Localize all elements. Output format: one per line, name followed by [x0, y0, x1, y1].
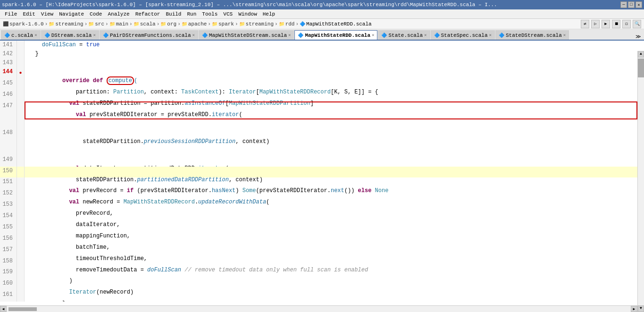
tabs-overflow[interactable]: ≫ [634, 34, 643, 40]
code-content-148[interactable]: stateRDDPartition.previousSessionRDDPart… [25, 128, 644, 155]
menubar: FileEditViewNavigateCodeAnalyzeRefactorB… [0, 9, 644, 19]
tab-close-statedstream[interactable]: ✕ [563, 33, 566, 38]
tab-state[interactable]: 🔷 State.scala ✕ [378, 30, 430, 40]
code-content-157[interactable]: timeoutThresholdTime, [25, 245, 644, 257]
close-button[interactable]: ✕ [636, 1, 642, 8]
line-num-161: 161 [0, 290, 17, 302]
menu-item-refactor[interactable]: Refactor [133, 10, 163, 18]
menu-item-window[interactable]: Window [235, 10, 260, 18]
menu-item-build[interactable]: Build [163, 10, 184, 18]
code-content-160[interactable]: Iterator(newRecord) [25, 279, 644, 290]
tab-pair[interactable]: 🔷 PairDStreamFunctions.scala ✕ [100, 30, 198, 40]
code-content-156[interactable]: batchTime, [25, 234, 644, 245]
code-line-154: 154 dataIterator, [0, 211, 644, 223]
menu-item-edit[interactable]: Edit [20, 10, 38, 18]
menu-item-analyze[interactable]: Analyze [105, 10, 132, 18]
toolbar-icon-5[interactable]: ◻ [622, 20, 631, 28]
toolbar-icon-6[interactable]: 🔍 [633, 20, 641, 28]
code-content-153[interactable]: prevRecord, [25, 200, 644, 211]
breadcrumb-rdd[interactable]: 📁 rdd [279, 21, 295, 27]
line-num-158: 158 [0, 257, 17, 268]
code-line-145: 145 partition: Partition, context: TaskC… [0, 79, 644, 90]
breadcrumb-bar: ⬛ spark-1.6.0 › 📁 streaming › 📁 src › 📁 … [0, 19, 644, 29]
line-marker-150 [17, 167, 25, 178]
tab-dstream[interactable]: 🔷 DStream.scala ✕ [41, 30, 99, 40]
tab-close-c[interactable]: ✕ [34, 33, 37, 38]
toolbar-icon-2[interactable]: ▷ [591, 20, 600, 28]
toolbar-icon-3[interactable]: ▶ [602, 20, 610, 28]
tab-statedstream[interactable]: 🔷 StateDStream.scala ✕ [495, 30, 569, 40]
code-content-146[interactable]: val stateRDDPartition = partition.asInst… [25, 90, 644, 101]
maximize-button[interactable]: □ [628, 1, 635, 8]
menu-item-help[interactable]: Help [260, 10, 278, 18]
code-line-141: 141 doFullScan = true [0, 41, 644, 50]
tab-close-dstream[interactable]: ✕ [93, 33, 95, 38]
toolbar-icon-1[interactable]: ⇄ [581, 20, 589, 28]
vertical-scrollbar[interactable]: ▲ ▼ [637, 51, 644, 302]
code-content-158[interactable]: removeTimedoutData = doFullScan // remov… [25, 257, 644, 268]
code-line-158: 158 removeTimedoutData = doFullScan // r… [0, 257, 644, 268]
folder-icon-2: 📁 [88, 21, 94, 27]
line-num-141: 141 [0, 41, 17, 50]
tab-close-statespec[interactable]: ✕ [489, 33, 492, 38]
line-marker-148 [17, 128, 25, 155]
menu-item-code[interactable]: Code [87, 10, 105, 18]
code-content-154[interactable]: dataIterator, [25, 211, 644, 223]
code-content-143[interactable] [25, 59, 644, 67]
breadcrumb-main[interactable]: 📁 main [109, 21, 128, 27]
line-marker-141 [17, 41, 25, 50]
tab-statespec[interactable]: 🔷 StateSpec.scala ✕ [431, 30, 495, 40]
titlebar-title: spark-1.6.0 – [H:\IdeaProjects\spark-1.6… [2, 2, 497, 8]
code-content-151[interactable]: val prevRecord = if (prevStateRDDIterato… [25, 177, 644, 189]
code-content-144[interactable]: override def compute( [25, 67, 644, 79]
tab-mapwithstatedstream[interactable]: 🔷 MapWithStateDStream.scala ✕ [199, 30, 294, 40]
tab-icon-dstream: 🔷 [44, 33, 50, 38]
titlebar-controls: ─ □ ✕ [620, 1, 642, 8]
menu-item-vcs[interactable]: VCS [220, 10, 235, 18]
folder-icon-8: 📁 [239, 21, 245, 27]
breadcrumb-project[interactable]: ⬛ spark-1.6.0 [3, 21, 44, 27]
line-marker-153 [17, 200, 25, 211]
minimize-button[interactable]: ─ [620, 1, 627, 8]
line-marker-149 [17, 155, 25, 167]
breadcrumb-file[interactable]: 🔷 MapWithStateRDD.scala [300, 21, 372, 27]
code-content-152[interactable]: val newRecord = MapWithStateRDDRecord.up… [25, 189, 644, 200]
code-line-160: 160 Iterator(newRecord) [0, 279, 644, 290]
tab-close-pair[interactable]: ✕ [192, 33, 195, 38]
tab-icon-mapwithstaterdd: 🔷 [298, 33, 303, 38]
code-content-141[interactable]: doFullScan = true [25, 41, 644, 50]
code-content-149[interactable]: val dataIterator = partitionedDataRDD.it… [25, 155, 644, 167]
tab-close-mapwithstatedstream[interactable]: ✕ [288, 33, 291, 38]
scroll-up-arrow[interactable]: ▲ [638, 51, 644, 58]
breadcrumb-spark[interactable]: 📁 spark [212, 21, 234, 27]
toolbar-icon-4[interactable]: ⏹ [612, 20, 620, 28]
code-line-156: 156 batchTime, [0, 234, 644, 245]
code-content-147[interactable]: val prevStateRDDIterator = prevStateRDD.… [25, 101, 644, 128]
menu-item-file[interactable]: File [2, 10, 20, 18]
scroll-track[interactable] [638, 58, 644, 302]
code-content-142[interactable]: } [25, 50, 644, 59]
code-content-155[interactable]: mappingFunction, [25, 223, 644, 234]
code-content-161[interactable]: } [25, 290, 644, 302]
scroll-thumb[interactable] [638, 59, 644, 77]
code-area[interactable]: 141 doFullScan = true 142 } 143 144 ● ov… [0, 41, 644, 302]
tab-close-mapwithstaterdd[interactable]: ✕ [372, 33, 374, 38]
menu-item-navigate[interactable]: Navigate [56, 10, 87, 18]
breadcrumb-src[interactable]: 📁 src [88, 21, 104, 27]
menu-item-view[interactable]: View [38, 10, 56, 18]
code-content-159[interactable]: ) [25, 268, 644, 279]
line-marker-144: ● [17, 67, 25, 79]
breadcrumb-streaming[interactable]: 📁 streaming [49, 21, 83, 27]
breadcrumb-streaming2[interactable]: 📁 streaming [239, 21, 274, 27]
code-content-150[interactable]: stateRDDPartition.partitionedDataRDDPart… [25, 167, 644, 178]
tab-c-scala[interactable]: 🔷 c.scala ✕ [1, 30, 41, 40]
tab-close-state[interactable]: ✕ [424, 33, 427, 38]
menu-item-tools[interactable]: Tools [199, 10, 220, 18]
tab-mapwithstaterdd[interactable]: 🔷 MapWithStateRDD.scala ✕ [294, 30, 377, 40]
breadcrumb-scala[interactable]: 📁 scala [134, 21, 156, 27]
line-num-153: 153 [0, 200, 17, 211]
breadcrumb-org[interactable]: 📁 org [160, 21, 176, 27]
code-content-145[interactable]: partition: Partition, context: TaskConte… [25, 79, 644, 90]
menu-item-run[interactable]: Run [184, 10, 199, 18]
breadcrumb-apache[interactable]: 📁 apache [182, 21, 207, 27]
